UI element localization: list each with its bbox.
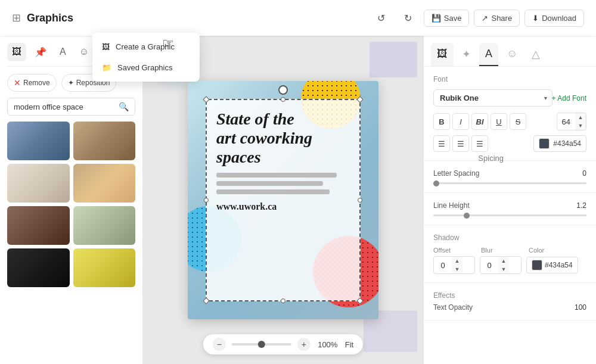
rotate-handle[interactable] [278, 85, 288, 95]
letter-spacing-row: Letter Spacing 0 [433, 169, 586, 178]
image-thumb-5[interactable] [7, 206, 70, 245]
create-graphic-item[interactable]: 🖼 Create a Graphic [92, 36, 200, 57]
tab-pin[interactable]: 📌 [30, 43, 51, 61]
line-height-value: 1.2 [576, 201, 586, 210]
image-grid [7, 122, 135, 287]
tab-image-right[interactable]: 🖼 [431, 43, 454, 66]
color-picker[interactable]: #434a54 [533, 135, 586, 152]
zoom-fit-button[interactable]: Fit [345, 340, 353, 349]
font-select[interactable]: Rubik One [433, 89, 552, 107]
search-icon: 🔍 [119, 102, 129, 111]
line-height-slider[interactable] [433, 214, 586, 216]
shadow-color-picker[interactable]: #434a54 [526, 257, 578, 273]
topbar: ⊞ Graphics ↺ ↻ 💾 Save ↗ Share ⬇ Download [0, 0, 596, 36]
placeholder-line-2 [216, 181, 323, 186]
image-thumb-8[interactable] [73, 248, 136, 287]
blur-down[interactable]: ▼ [498, 265, 509, 273]
topbar-actions: ↺ ↻ 💾 Save ↗ Share ⬇ Download [370, 9, 584, 27]
font-size-input: 64 ▲ ▼ [557, 113, 586, 130]
reposition-icon: ✦ [68, 79, 74, 87]
tab-shape-right[interactable]: △ [526, 43, 546, 66]
handle-right[interactable] [358, 198, 362, 203]
handle-top[interactable] [281, 97, 285, 102]
remove-icon: ✕ [14, 78, 21, 88]
search-bar: 🔍 [7, 98, 135, 116]
redo-button[interactable]: ↻ [397, 9, 419, 27]
image-thumb-2[interactable] [73, 122, 136, 160]
size-down[interactable]: ▼ [575, 122, 586, 130]
deco-tr [370, 42, 417, 77]
shadow-inputs: 0 ▲ ▼ 0 ▲ ▼ #434a54 [433, 256, 586, 274]
tab-image[interactable]: 🖼 [7, 43, 26, 61]
italic-button[interactable]: I [452, 113, 469, 130]
blur-label: Blur [481, 247, 529, 254]
image-thumb-1[interactable] [7, 122, 70, 160]
font-section-label: Font [433, 75, 586, 83]
shadow-blur-value: 0 [480, 259, 498, 272]
remove-button[interactable]: ✕ Remove [7, 74, 57, 92]
save-button[interactable]: 💾 Save [424, 10, 470, 27]
spicing-text: Spicing [478, 154, 504, 163]
right-panel: 🖼 ✦ A ☺ △ Font Rubik One ▾ + Add Font B … [423, 36, 596, 364]
dropdown-menu: 🖼 Create a Graphic 📁 Saved Graphics [92, 33, 200, 82]
image-thumb-7[interactable] [7, 248, 70, 287]
cursor: ☞ [162, 36, 174, 51]
letter-spacing-slider[interactable] [433, 182, 586, 184]
letter-spacing-value: 0 [582, 169, 586, 178]
shadow-color-swatch [532, 260, 542, 270]
share-button[interactable]: ↗ Share [474, 10, 520, 27]
add-font-button[interactable]: + Add Font [552, 94, 586, 102]
image-thumb-4[interactable] [73, 164, 136, 203]
offset-down[interactable]: ▼ [452, 265, 462, 273]
tab-text[interactable]: A [55, 43, 71, 61]
tab-text-right[interactable]: A [479, 43, 498, 66]
zoom-thumb[interactable] [258, 341, 265, 348]
handle-bottom[interactable] [281, 298, 285, 303]
bold-italic-button[interactable]: BI [471, 113, 488, 130]
align-right-button[interactable]: ☰ [471, 135, 488, 152]
shadow-offset-input: 0 ▲ ▼ [433, 256, 475, 274]
handle-left[interactable] [204, 198, 209, 203]
image-thumb-3[interactable] [7, 164, 70, 203]
tab-emoji-right[interactable]: ☺ [501, 43, 523, 66]
format-row: B I BI U S 64 ▲ ▼ [433, 113, 586, 130]
zoom-minus-button[interactable]: − [213, 338, 226, 351]
blur-arrows: ▲ ▼ [498, 257, 509, 273]
zoom-plus-button[interactable]: + [297, 338, 311, 351]
undo-button[interactable]: ↺ [370, 9, 392, 27]
left-sidebar: 🖼 📌 A ☺ △ ✕ Remove ✦ Reposition 🔍 [0, 36, 143, 364]
shadow-blur-input: 0 ▲ ▼ [480, 256, 522, 274]
bold-button[interactable]: B [433, 113, 450, 130]
canvas-url-text: www.uwork.ca [216, 201, 350, 212]
tab-emoji[interactable]: ☺ [74, 43, 94, 61]
underline-button[interactable]: U [491, 113, 507, 130]
saved-graphics-item[interactable]: 📁 Saved Graphics [92, 57, 200, 78]
tab-magic[interactable]: ✦ [456, 43, 477, 66]
size-up[interactable]: ▲ [575, 113, 586, 122]
zoom-percent: 100% [316, 340, 339, 349]
share-icon: ↗ [482, 14, 488, 23]
canvas-card[interactable]: State of the art coworking spaces www.uw… [188, 81, 378, 319]
shadow-labels: Offset Blur Color [433, 247, 586, 254]
align-row: ☰ ☰ ☰ #434a54 [433, 135, 586, 152]
search-input[interactable] [14, 102, 119, 111]
size-arrows: ▲ ▼ [575, 113, 586, 130]
text-placeholder-lines [216, 173, 350, 194]
download-button[interactable]: ⬇ Download [524, 10, 584, 27]
strikethrough-button[interactable]: S [510, 113, 526, 130]
topbar-left: ⊞ Graphics [12, 11, 73, 24]
blur-up[interactable]: ▲ [498, 257, 509, 265]
placeholder-line-3 [216, 189, 330, 194]
text-box[interactable]: State of the art coworking spaces www.uw… [206, 99, 361, 301]
letter-spacing-thumb[interactable] [433, 181, 439, 186]
graphics-button[interactable]: Graphics [27, 12, 73, 24]
offset-up[interactable]: ▲ [452, 257, 462, 265]
line-height-thumb[interactable] [464, 213, 470, 219]
canvas-main-text: State of the art coworking spaces [216, 110, 350, 167]
image-thumb-6[interactable] [73, 206, 136, 245]
align-center-button[interactable]: ☰ [452, 135, 469, 152]
effects-section: Effects Text Opacity 100 [424, 283, 596, 321]
align-left-button[interactable]: ☰ [433, 135, 450, 152]
zoom-slider[interactable] [232, 343, 291, 346]
canvas-area: State of the art coworking spaces www.uw… [143, 36, 423, 364]
